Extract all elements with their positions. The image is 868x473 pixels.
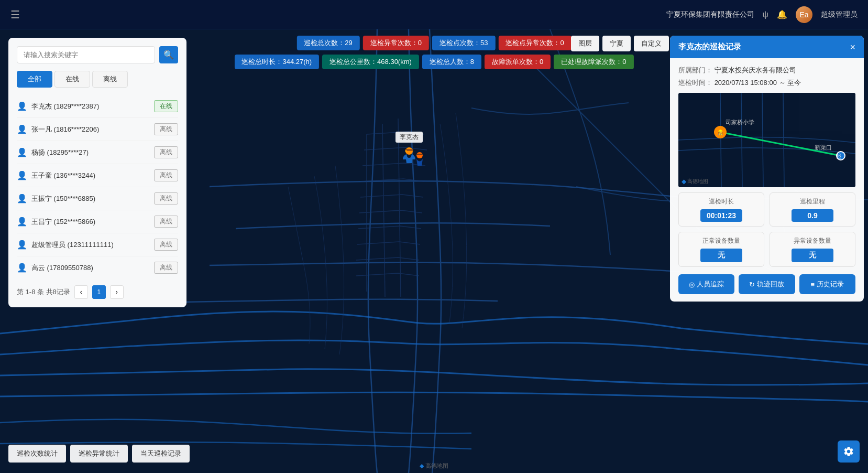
person-item[interactable]: 👤 李克杰 (1829****2387) 在线 (17, 95, 178, 118)
time-value: 2020/07/13 15:08:00 ～ 至今 (715, 79, 801, 87)
person-item[interactable]: 👤 王振宁 (150****6885) 离线 (17, 187, 178, 210)
map-credit-main: ◆ 高德地图 (420, 462, 448, 470)
person-marker-icon-2 (411, 150, 428, 167)
stat-people: 巡检总人数：8 (422, 55, 481, 69)
replay-route-button[interactable]: ↻ 轨迹回放 (739, 274, 795, 294)
stat-duration-value: 00:01:23 (700, 209, 742, 222)
svg-rect-5 (416, 154, 423, 155)
search-input[interactable] (17, 46, 155, 63)
person-icon: 👤 (17, 263, 27, 273)
status-badge: 离线 (154, 169, 178, 181)
dept-label: 所属部门： (678, 66, 712, 74)
stat-point-abnormal: 巡检点异常次数：0 (498, 36, 571, 50)
person-icon: 👤 (17, 194, 27, 203)
header-right: 宁夏环保集团有限责任公司 ψ 🔔 Ea 超级管理员 (666, 6, 858, 23)
svg-text:司家桥小学: 司家桥小学 (726, 119, 754, 125)
person-item[interactable]: 👤 王子童 (136****3244) 离线 (17, 164, 178, 187)
stat-patrol-count: 巡检总次数：29 (296, 36, 359, 50)
person-name: 李克杰 (1829****2387) (31, 102, 99, 111)
person-icon: 👤 (17, 147, 27, 157)
right-panel: 李克杰的巡检记录 × 所属部门： 宁夏水投兴庆水务有限公司 巡检时间： 2020… (670, 36, 864, 302)
map-controls: 图层 宁夏 自定义 (571, 36, 669, 51)
settings-fab[interactable] (838, 440, 860, 463)
header-left: ☰ (10, 8, 20, 21)
avatar[interactable]: Ea (796, 6, 812, 23)
stat-abnormal-devices-label: 异常设备数量 (776, 236, 849, 245)
person-info: 👤 李克杰 (1829****2387) (17, 101, 99, 111)
menu-icon[interactable]: ☰ (10, 8, 20, 21)
history-icon: ≡ (811, 281, 815, 288)
map-marker-2[interactable] (411, 150, 428, 167)
dept-value: 宁夏水投兴庆水务有限公司 (715, 66, 796, 74)
stat-mileage-label: 巡检里程 (776, 197, 849, 206)
username: 超级管理员 (821, 10, 858, 19)
notification-icon[interactable]: 🔔 (777, 9, 787, 19)
panel-title: 李克杰的巡检记录 (678, 42, 741, 52)
person-item[interactable]: 👤 王昌宁 (152****5866) 离线 (17, 210, 178, 233)
stat-duration-label: 巡检时长 (685, 197, 757, 206)
tab-offline[interactable]: 离线 (92, 71, 128, 88)
stat-duration-card: 巡检时长 00:01:23 (678, 192, 764, 227)
status-badge: 离线 (154, 262, 178, 274)
person-info: 👤 高云 (17809550788) (17, 263, 93, 273)
status-badge: 离线 (154, 216, 178, 228)
dept-row: 所属部门： 宁夏水投兴庆水务有限公司 (678, 66, 855, 75)
today-patrol-records-button[interactable]: 当天巡检记录 (132, 445, 190, 463)
stat-mileage-value: 0.9 (792, 209, 833, 222)
time-row: 巡检时间： 2020/07/13 15:08:00 ～ 至今 (678, 78, 855, 88)
status-badge: 在线 (154, 100, 178, 112)
panel-body: 所属部门： 宁夏水投兴庆水务有限公司 巡检时间： 2020/07/13 15:0… (670, 58, 864, 302)
status-badge: 离线 (154, 192, 178, 205)
custom-button[interactable]: 自定义 (634, 36, 669, 51)
mini-map: 起 👷 司家桥小学 新渠口 ◆ 高德地图 (678, 93, 855, 187)
link-icon[interactable]: ψ (763, 10, 768, 19)
search-row: 🔍 (17, 46, 178, 63)
person-icon: 👤 (17, 124, 27, 134)
mini-map-svg: 起 👷 司家桥小学 新渠口 (678, 93, 855, 187)
header: ☰ 宁夏环保集团有限责任公司 ψ 🔔 Ea 超级管理员 (0, 0, 868, 29)
bottom-buttons: 巡检次数统计 巡检异常统计 当天巡检记录 (8, 445, 190, 463)
stat-abnormal-devices-value: 无 (792, 249, 833, 262)
person-info: 👤 王昌宁 (152****5866) (17, 217, 95, 227)
search-button[interactable]: 🔍 (159, 46, 178, 63)
person-info: 👤 杨扬 (18295****27) (17, 147, 89, 157)
person-info: 👤 王子童 (136****3244) (17, 170, 95, 180)
person-name: 王昌宁 (152****5866) (31, 217, 95, 227)
history-records-button[interactable]: ≡ 历史记录 (799, 274, 855, 294)
close-button[interactable]: × (850, 42, 855, 52)
stat-normal-devices-card: 正常设备数量 无 (678, 232, 764, 267)
stat-patrol-abnormal: 巡检异常次数：0 (363, 36, 429, 50)
tab-online[interactable]: 在线 (54, 71, 90, 88)
person-item[interactable]: 👤 高云 (17809550788) 离线 (17, 256, 178, 279)
person-name: 高云 (17809550788) (31, 263, 93, 273)
layer-button[interactable]: 图层 (571, 36, 599, 51)
region-button[interactable]: 宁夏 (602, 36, 631, 51)
svg-text:起: 起 (836, 153, 841, 159)
marker-label: 李克杰 (395, 132, 423, 143)
status-badge: 离线 (154, 123, 178, 135)
stat-normal-devices-label: 正常设备数量 (685, 236, 757, 245)
status-badge: 离线 (154, 146, 178, 158)
pagination-info: 第 1-8 条 共8记录 (17, 287, 70, 297)
person-item[interactable]: 👤 张一凡 (1816****2206) 离线 (17, 118, 178, 141)
tab-all[interactable]: 全部 (17, 71, 52, 88)
stat-abnormal-devices-card: 异常设备数量 无 (770, 232, 855, 267)
pagination: 第 1-8 条 共8记录 ‹ 1 › (17, 285, 178, 299)
prev-page-button[interactable]: ‹ (74, 285, 88, 299)
person-item[interactable]: 👤 杨扬 (18295****27) 离线 (17, 141, 178, 164)
stat-distance: 巡检总公里数：468.30(km) (322, 55, 419, 69)
svg-text:👷: 👷 (717, 129, 724, 136)
company-name: 宁夏环保集团有限责任公司 (666, 10, 754, 19)
patrol-abnormal-stats-button[interactable]: 巡检异常统计 (70, 445, 128, 463)
stat-mileage-card: 巡检里程 0.9 (770, 192, 855, 227)
person-icon: 👤 (17, 101, 27, 111)
current-page-button[interactable]: 1 (92, 285, 106, 299)
person-info: 👤 张一凡 (1816****2206) (17, 124, 99, 134)
next-page-button[interactable]: › (110, 285, 124, 299)
person-list: 👤 李克杰 (1829****2387) 在线 👤 张一凡 (1816****2… (17, 95, 178, 279)
track-person-button[interactable]: ◎ 人员追踪 (678, 274, 734, 294)
replay-icon: ↻ (749, 281, 755, 288)
person-item[interactable]: 👤 超级管理员 (12311111111) 离线 (17, 233, 178, 256)
patrol-count-stats-button[interactable]: 巡检次数统计 (8, 445, 66, 463)
action-buttons: ◎ 人员追踪 ↻ 轨迹回放 ≡ 历史记录 (678, 274, 855, 296)
